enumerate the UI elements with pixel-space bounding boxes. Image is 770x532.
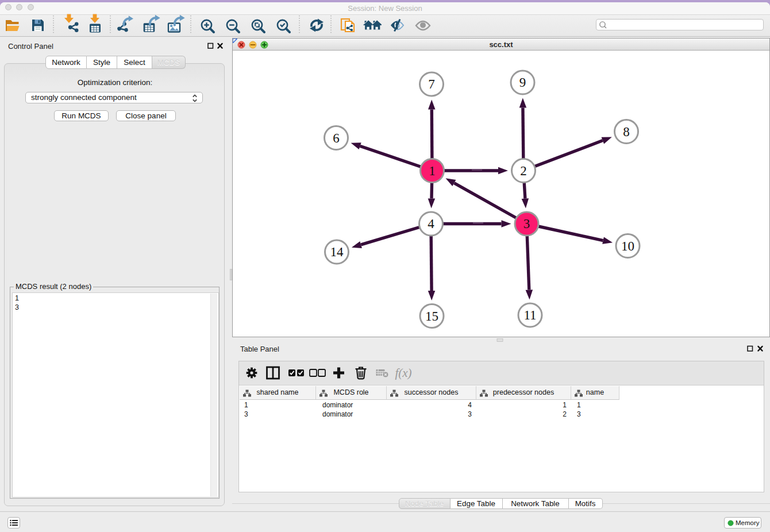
svg-text:8: 8 — [623, 125, 630, 139]
svg-text:f(x): f(x) — [395, 366, 411, 380]
svg-text:4: 4 — [428, 217, 434, 231]
svg-text:2: 2 — [520, 164, 527, 178]
svg-text:10: 10 — [621, 239, 634, 253]
svg-text:15: 15 — [425, 309, 438, 323]
svg-text:3: 3 — [523, 217, 530, 231]
svg-text:14: 14 — [330, 245, 344, 259]
svg-text:9: 9 — [519, 75, 526, 90]
svg-text:1: 1 — [429, 164, 436, 178]
svg-text:6: 6 — [333, 131, 340, 145]
svg-text:11: 11 — [523, 308, 536, 322]
svg-text:7: 7 — [428, 77, 435, 91]
